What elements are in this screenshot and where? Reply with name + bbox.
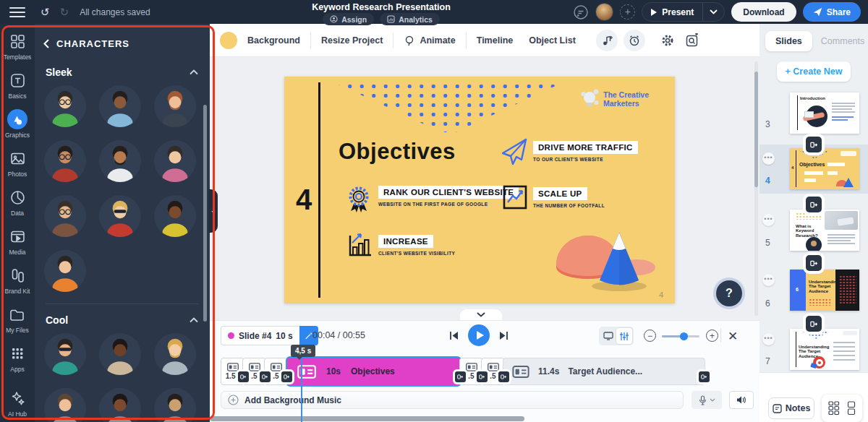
character-avatar[interactable]: [154, 333, 196, 375]
slide-title[interactable]: Objectives: [339, 139, 456, 165]
timeline-view-toggle[interactable]: [599, 327, 634, 345]
settings-view-button[interactable]: [616, 328, 632, 344]
skip-forward-button[interactable]: [498, 330, 509, 341]
slide-thumbnail-7[interactable]: Understanding The Target Audience: [790, 329, 859, 370]
slide-duration-chip[interactable]: Slide #4 10 s: [221, 326, 318, 345]
transition-button[interactable]: [238, 371, 249, 382]
object-list-button[interactable]: Object List: [529, 35, 576, 46]
download-button[interactable]: Download: [731, 2, 796, 22]
slide-thumbnail-5[interactable]: What is Keyword Research?: [790, 210, 859, 251]
slide-item-increase[interactable]: INCREASE CLIENT'S WEBSITE VISIBILITY: [378, 234, 455, 256]
slide-thumbnail-3[interactable]: Introduction: [790, 92, 859, 134]
character-avatar[interactable]: [154, 388, 196, 422]
transition-button[interactable]: [699, 371, 710, 382]
zoom-slider-handle[interactable]: [680, 332, 688, 340]
sidebar-item-graphics[interactable]: Graphics: [5, 109, 30, 139]
play-button[interactable]: [468, 324, 490, 346]
add-music-button[interactable]: [596, 30, 618, 51]
section-header-sleek[interactable]: Sleek: [35, 66, 210, 78]
character-avatar[interactable]: [99, 333, 141, 375]
canvas-scrollbar-thumb[interactable]: [754, 72, 758, 187]
character-avatar[interactable]: [44, 195, 86, 237]
slide-item-rank[interactable]: RANK OUR CLIENT'S WEBSITE WEBSITE ON THE…: [378, 185, 519, 207]
transition-button[interactable]: [281, 371, 292, 382]
timeline-block-objectives[interactable]: 10sObjectives: [286, 356, 461, 387]
timeline-collapse-tab[interactable]: [460, 309, 502, 320]
help-button[interactable]: ?: [716, 280, 742, 306]
sidebar-item-data[interactable]: Data: [7, 187, 27, 217]
present-dropdown[interactable]: [702, 3, 724, 21]
resize-project-button[interactable]: Resize Project: [321, 35, 383, 46]
document-title[interactable]: Keyword Research Presentation: [237, 2, 526, 12]
character-avatar[interactable]: [154, 85, 196, 127]
transition-button[interactable]: [806, 316, 822, 332]
character-avatar[interactable]: [44, 388, 86, 422]
slide-item-scaleup[interactable]: SCALE UP THE NUMBER OF FOOTFALL: [533, 186, 605, 208]
share-button[interactable]: Share: [803, 2, 861, 22]
slide-thumbnail-6[interactable]: 6 Understanding The Target Audience: [790, 270, 859, 311]
character-avatar[interactable]: [99, 388, 141, 422]
create-new-button[interactable]: + Create New: [777, 61, 851, 82]
slide-options-button[interactable]: •••: [762, 274, 775, 286]
panel-collapse-handle[interactable]: ◂: [208, 189, 218, 233]
filmstrip-view-icon[interactable]: [847, 401, 856, 415]
sidebar-item-basics[interactable]: Basics: [7, 70, 27, 100]
analytics-button[interactable]: Analytics: [380, 13, 440, 25]
zoom-in-button[interactable]: +: [706, 330, 718, 342]
characters-back-button[interactable]: CHARACTERS: [35, 24, 210, 49]
grid-view-icon[interactable]: [828, 401, 840, 415]
sidebar-item-templates[interactable]: Templates: [4, 31, 32, 61]
transition-button[interactable]: [477, 371, 488, 382]
transition-button[interactable]: [806, 255, 822, 271]
slide-canvas[interactable]: 4 The CreativeMarketers Objectives RANK …: [284, 77, 675, 303]
sidebar-item-brand-kit[interactable]: Brand Kit: [5, 265, 30, 295]
slide-options-button[interactable]: •••: [762, 152, 775, 165]
notes-button[interactable]: Notes: [768, 397, 814, 419]
sidebar-item-my-files[interactable]: My Files: [6, 304, 29, 334]
undo-icon[interactable]: ↺: [41, 6, 50, 19]
transition-button[interactable]: [455, 371, 466, 382]
slide-thumbnail-4[interactable]: 4 Objectives: [790, 148, 859, 189]
slide-item-traffic[interactable]: DRIVE MORE TRAFFIC TO OUR CLIENT'S WEBSI…: [533, 140, 638, 162]
slide-options-button[interactable]: •••: [762, 333, 775, 345]
transition-button[interactable]: [806, 197, 822, 212]
zoom-out-button[interactable]: −: [644, 330, 656, 342]
add-background-music-button[interactable]: Add Background Music: [221, 391, 684, 409]
assign-button[interactable]: Assign: [323, 13, 374, 25]
skip-back-button[interactable]: [448, 330, 459, 341]
character-avatar[interactable]: [44, 85, 86, 127]
character-avatar[interactable]: [44, 250, 86, 292]
tab-comments[interactable]: Comments: [821, 36, 864, 46]
sidebar-item-photos[interactable]: Photos: [7, 148, 27, 178]
transition-button[interactable]: [260, 371, 271, 382]
timeline-horizontal-scrollbar[interactable]: [210, 416, 524, 421]
timeline-button[interactable]: Timeline: [477, 35, 513, 46]
character-avatar[interactable]: [99, 195, 141, 237]
timeline-block-target-audience-[interactable]: 11.4sTarget Audience...: [503, 358, 705, 385]
tab-slides[interactable]: Slides: [765, 31, 812, 51]
sidebar-item-ai-hub[interactable]: AI Hub: [7, 388, 27, 418]
background-color-swatch[interactable]: [220, 32, 237, 49]
settings-gear-icon[interactable]: [661, 34, 674, 47]
redo-icon[interactable]: ↻: [60, 6, 69, 19]
hamburger-menu-icon[interactable]: [9, 7, 25, 17]
character-avatar[interactable]: [44, 140, 86, 182]
character-avatar[interactable]: [154, 140, 196, 182]
character-avatar[interactable]: [99, 140, 141, 182]
slide-options-button[interactable]: •••: [762, 214, 775, 226]
background-button[interactable]: Background: [247, 35, 300, 46]
user-avatar[interactable]: [595, 3, 613, 21]
voiceover-button[interactable]: [692, 391, 722, 409]
animate-button[interactable]: Animate: [420, 35, 455, 46]
comments-icon[interactable]: [573, 4, 589, 20]
section-header-cool[interactable]: Cool: [35, 314, 210, 326]
close-timeline-button[interactable]: ✕: [728, 329, 738, 344]
character-avatar[interactable]: [99, 85, 141, 127]
character-avatar[interactable]: [154, 195, 196, 237]
preview-zoom-icon[interactable]: [686, 33, 699, 47]
sidebar-item-media[interactable]: Media: [7, 226, 27, 256]
sidebar-item-apps[interactable]: Apps: [7, 343, 27, 373]
screen-view-button[interactable]: [600, 328, 616, 344]
mute-button[interactable]: [729, 391, 754, 409]
transition-button[interactable]: [498, 371, 509, 382]
